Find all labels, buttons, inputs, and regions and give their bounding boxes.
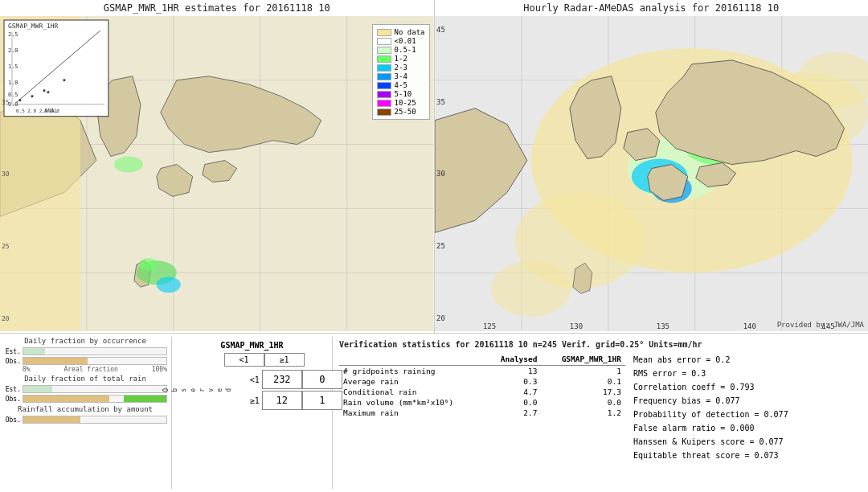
svg-text:130: 130 xyxy=(569,322,582,330)
svg-point-36 xyxy=(63,79,65,81)
right-map-panel: Hourly Radar-AMeDAS analysis for 2016111… xyxy=(435,0,869,333)
est-rain-bar-wrap xyxy=(23,385,167,393)
legend-25-50: 25-50 xyxy=(377,108,425,116)
legend-label-4-5: 4-5 xyxy=(395,81,407,89)
legend-label-05-1: 0.5-1 xyxy=(395,46,416,54)
legend-1-2: 1-2 xyxy=(377,55,425,63)
table-row: Average rain 0.3 0.1 xyxy=(339,376,625,387)
svg-text:30: 30 xyxy=(2,170,10,178)
svg-point-32 xyxy=(18,99,21,101)
stats-table: Analysed GSMAP_MWR_1HR # gridpoints rain… xyxy=(339,353,625,418)
maps-section: GSMAP_MWR_1HR estimates for 20161118 10 xyxy=(0,0,868,334)
rain-chart: Est. Obs. xyxy=(3,384,167,404)
row-lt1-label: <1 xyxy=(235,375,260,384)
legend-color-05-1 xyxy=(377,47,391,54)
contingency-wrapper: Observed <1 232 0 ≥1 12 1 xyxy=(162,370,342,410)
legend-no-data: No data xyxy=(377,28,425,36)
svg-text:0.5: 0.5 xyxy=(8,92,18,98)
row-avg-rain-gsmap: 0.1 xyxy=(541,376,625,387)
legend-label-2-3: 2-3 xyxy=(395,64,407,72)
svg-point-19 xyxy=(139,258,158,271)
cell-lt1-lt1: 232 xyxy=(262,370,302,389)
col-header-lt1: <1 xyxy=(224,353,264,367)
row-avg-rain-label: Average rain xyxy=(339,376,485,387)
mean-abs-error: Mean abs error = 0.2 xyxy=(633,353,858,367)
legend-label-10-25: 10-25 xyxy=(395,99,416,107)
svg-text:140: 140 xyxy=(743,322,755,330)
legend-color-4-5 xyxy=(377,82,391,89)
stats-panel: Verification statistics for 20161118 10 … xyxy=(333,337,865,489)
row-cond-rain-gsmap: 17.3 xyxy=(541,387,625,397)
svg-text:0.5 2.0 2.5 3.0: 0.5 2.0 2.5 3.0 xyxy=(16,108,59,113)
svg-point-20 xyxy=(114,157,143,173)
est-rain-bar xyxy=(23,386,52,392)
correlation-coeff: Correlation coeff = 0.793 xyxy=(633,380,858,394)
svg-text:35: 35 xyxy=(2,99,10,106)
svg-text:1.0: 1.0 xyxy=(8,80,18,86)
svg-point-33 xyxy=(31,95,33,97)
left-map-title: GSMAP_MWR_1HR estimates for 20161118 10 xyxy=(0,0,434,16)
col-header-analysed: Analysed xyxy=(485,353,541,366)
cell-ge1-lt1: 12 xyxy=(262,391,302,410)
observed-label: Observed xyxy=(162,388,234,392)
svg-point-18 xyxy=(157,277,181,293)
obs-rain-label: Obs. xyxy=(3,396,21,403)
obs-accum-label: Obs. xyxy=(3,416,21,424)
obs-label: Obs. xyxy=(3,358,21,365)
prob-detection: Probability of detection = 0.077 xyxy=(633,408,858,421)
col-header-ge1: ≥1 xyxy=(264,353,305,367)
legend-label-1-2: 1-2 xyxy=(395,55,407,63)
rms-error: RMS error = 0.3 xyxy=(633,367,858,380)
obs-occurrence-row: Obs. xyxy=(3,357,167,365)
est-rain-label: Est. xyxy=(3,386,21,393)
svg-text:30: 30 xyxy=(436,170,444,178)
table-row: Conditional rain 4.7 17.3 xyxy=(339,387,625,397)
svg-text:1.5: 1.5 xyxy=(8,64,18,70)
svg-text:25: 25 xyxy=(436,242,444,250)
legend-color-3-4 xyxy=(377,73,391,80)
axis-0: 0% xyxy=(23,366,31,373)
obs-rain-bar xyxy=(23,396,109,402)
table-row: Maximum rain 2.7 1.2 xyxy=(339,408,625,418)
occurrence-chart: Est. Obs. 0% Areal fraction 100% xyxy=(3,346,167,373)
svg-point-34 xyxy=(43,89,45,92)
left-map-canvas: GSMAP_MWR_1HR 2.5 2.0 1.5 1.0 0.5 0.0 xyxy=(0,16,434,331)
legend-label-lt001: <0.01 xyxy=(395,37,416,45)
legend-color-25-50 xyxy=(377,109,391,116)
axis-mid: Areal fraction xyxy=(63,366,117,373)
legend-label-5-10: 5-10 xyxy=(395,90,412,98)
hanssen-kuipers: Hanssen & Kuipers score = 0.077 xyxy=(633,435,858,449)
svg-text:35: 35 xyxy=(436,98,444,106)
row-volume-gsmap: 0.0 xyxy=(541,397,625,408)
obs-rain-row: Obs. xyxy=(3,395,167,403)
legend-lt001: <0.01 xyxy=(377,37,425,45)
obs-accum-bar-wrap xyxy=(23,416,167,424)
legend-4-5: 4-5 xyxy=(377,81,425,89)
right-map-svg: 20 25 30 35 45 125 130 135 140 145 xyxy=(435,16,869,331)
row-avg-rain-analysed: 0.3 xyxy=(485,376,541,387)
col-header-gsmap: GSMAP_MWR_1HR xyxy=(541,353,625,366)
legend-color-lt001 xyxy=(377,38,391,45)
table-row: # gridpoints raining 13 1 xyxy=(339,366,625,377)
rain-chart-title: Daily fraction of total rain xyxy=(3,375,167,383)
legend-label-nodata: No data xyxy=(395,28,425,36)
obs-accum-row: Obs. xyxy=(3,416,167,424)
svg-text:25: 25 xyxy=(2,243,10,250)
legend-color-10-25 xyxy=(377,100,391,107)
provided-label: Provided by: JWA/JMA xyxy=(777,321,864,329)
legend-2-3: 2-3 xyxy=(377,64,425,72)
svg-text:20: 20 xyxy=(436,314,444,322)
legend-color-2-3 xyxy=(377,64,391,72)
bottom-section: Daily fraction by occurrence Est. Obs. 0… xyxy=(0,334,868,492)
frequency-bias: Frequency bias = 0.077 xyxy=(633,394,858,408)
svg-text:20: 20 xyxy=(2,315,10,322)
legend-label-3-4: 3-4 xyxy=(395,72,407,80)
charts-panel: Daily fraction by occurrence Est. Obs. 0… xyxy=(3,337,172,489)
contingency-title: GSMAP_MWR_1HR xyxy=(220,341,283,350)
legend-10-25: 10-25 xyxy=(377,99,425,107)
table-row: Rain volume (mm*km²x10⁶) 0.0 0.0 xyxy=(339,397,625,408)
svg-text:2.0: 2.0 xyxy=(8,47,18,54)
contingency-rows: <1 232 0 ≥1 12 1 xyxy=(235,370,342,410)
legend-label-25-50: 25-50 xyxy=(395,108,416,116)
row-volume-label: Rain volume (mm*km²x10⁶) xyxy=(339,397,485,408)
